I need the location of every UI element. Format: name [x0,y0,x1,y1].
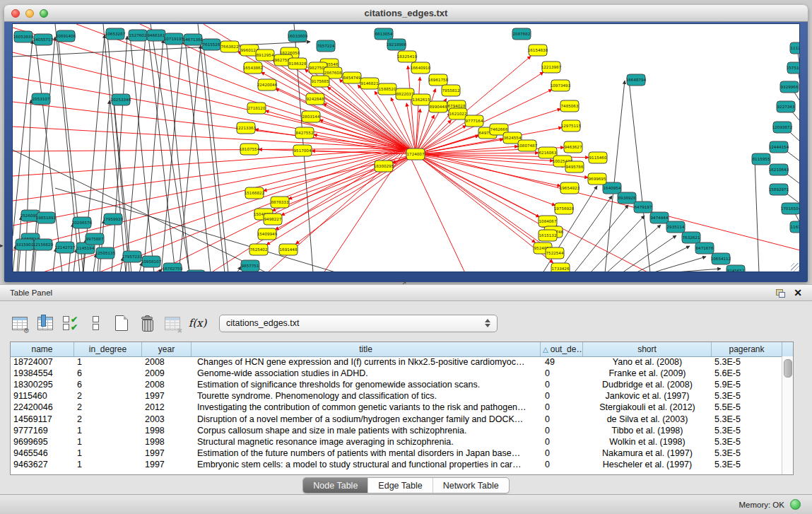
table-cell[interactable]: Yano et al. (2008) [583,357,712,367]
graph-node[interactable]: 17957233 [122,251,143,262]
table-cell[interactable]: 6 [74,368,142,378]
graph-node[interactable]: 12093872 [772,122,792,133]
table-cell[interactable]: 14569117 [11,414,74,424]
table-cell[interactable]: 9699695 [11,437,74,447]
column-header-title[interactable]: title [192,342,541,356]
table-settings-icon[interactable]: ⚙ [10,314,29,333]
graph-node[interactable]: 8822037 [396,88,414,100]
column-header-indegree[interactable]: in_degree [74,342,142,356]
unselect-all-icon[interactable] [86,314,105,333]
graph-node[interactable]: 1724007 [406,148,425,160]
table-cell[interactable]: Jankovic et al. (1997) [583,391,712,401]
graph-node[interactable]: 8990448 [429,101,447,112]
table-row[interactable]: 911546021997Tourette syndrome. Phenomeno… [11,390,782,402]
graph-node[interactable]: 16782759 [163,263,183,272]
graph-node[interactable]: 9146821 [360,78,379,89]
table-cell[interactable]: 1998 [142,426,192,436]
table-row[interactable]: 969969511998Structural magnetic resonanc… [11,436,782,448]
graph-node[interactable]: 16961758 [428,74,449,86]
citation-network-graph[interactable]: 1605383914055717208914061065328715276029… [13,24,800,272]
graph-node[interactable]: 7632621 [682,232,700,243]
graph-node[interactable]: 14055717 [33,34,54,45]
table-cell[interactable]: 5.3E-5 [712,391,782,401]
graph-node[interactable]: 14671388 [183,34,204,45]
graph-node[interactable]: 7615526 [202,39,220,50]
table-cell[interactable]: 1 [74,357,142,367]
table-cell[interactable]: 1 [74,448,142,458]
graph-node[interactable]: 1733426 [551,263,570,272]
graph-node[interactable]: 2803144 [302,111,320,122]
graph-node[interactable]: 16648794 [626,74,647,86]
graph-node[interactable]: 19756928 [554,203,575,214]
graph-node[interactable]: 15892971 [769,184,789,195]
delete-rows-icon[interactable] [137,314,156,333]
graph-node[interactable]: 2053107 [32,93,50,105]
graph-node[interactable]: 9175685 [311,76,329,87]
graph-node[interactable]: 9242848 [306,93,324,105]
graph-node[interactable]: 2718120 [247,103,266,114]
graph-node[interactable]: 9498227 [264,214,282,225]
table-cell[interactable]: 1998 [142,437,192,447]
table-cell[interactable]: Embryonic stem cells: a model to study s… [192,460,541,469]
table-cell[interactable]: Wolkin et al. (1998) [583,437,712,447]
graph-node[interactable]: 15166822 [245,187,264,199]
graph-node[interactable]: 9495786 [565,161,584,173]
zoom-window-icon[interactable] [40,9,48,18]
graph-node[interactable]: 19851891 [36,212,57,223]
table-cell[interactable]: 5.3E-5 [712,357,782,367]
float-window-icon[interactable] [776,289,785,297]
graph-node[interactable]: 7857224 [317,40,335,52]
function-builder-icon[interactable]: f(x) [188,314,207,333]
table-cell[interactable]: 1997 [142,391,192,401]
graph-node[interactable]: 10719195 [164,33,184,45]
table-cell[interactable]: Tourette syndrome. Phenomenology and cla… [192,391,541,401]
table-cell[interactable]: 0 [541,460,583,469]
table-cell[interactable]: 2012 [142,402,192,412]
table-cell[interactable]: 5.5E-5 [712,402,782,412]
graph-node[interactable]: 1527602 [129,30,147,41]
graph-node[interactable]: 10654112 [711,253,731,264]
table-cell[interactable]: 1 [74,426,142,436]
table-cell[interactable]: Franke et al. (2009) [583,368,712,378]
table-cell[interactable]: 1 [74,437,142,447]
table-cell[interactable]: 5.3E-5 [712,437,782,447]
graph-node[interactable]: 18300295 [374,160,394,172]
new-document-icon[interactable] [112,314,131,333]
table-cell[interactable]: Genome-wide association studies in ADHD. [192,368,541,378]
graph-node[interactable]: 20891406 [56,30,76,42]
table-row[interactable]: 1830029562008Estimation of significance … [11,379,782,390]
table-cell[interactable]: Hescheler et al. (1997) [583,460,712,469]
column-header-year[interactable]: year [142,342,192,356]
graph-node[interactable]: 22420046 [257,79,278,90]
table-row[interactable]: 1872400712008Changes of HCN gene express… [11,356,782,368]
tab-network-table[interactable]: Network Table [433,478,509,493]
column-header-name[interactable]: name [11,342,74,356]
table-cell[interactable]: 0 [541,437,583,447]
table-cell[interactable]: 1997 [142,460,192,469]
column-header-pagerank[interactable]: pagerank [712,342,782,356]
table-cell[interactable]: 0 [541,448,583,458]
table-cell[interactable]: 5.6E-5 [712,368,782,378]
graph-node[interactable]: 12156829 [33,239,54,250]
graph-node[interactable]: 12213987 [541,62,562,73]
table-cell[interactable]: Nakamura et al. (1997) [583,448,712,458]
table-cell[interactable]: 2008 [142,357,192,367]
graph-node[interactable]: 6479197 [634,201,652,213]
graph-node[interactable]: 2935114 [666,221,685,233]
table-cell[interactable]: 0 [541,414,583,424]
table-row[interactable]: 2242004622012Investigating the contribut… [11,402,782,413]
graph-node[interactable]: 9975887 [86,233,104,245]
graph-node[interactable]: 15751074 [787,62,800,74]
table-cell[interactable]: 2008 [142,380,192,390]
graph-node[interactable]: 9474444 [650,212,669,223]
table-cell[interactable]: Dudbridge et al. (2008) [583,380,712,390]
graph-node[interactable]: 20206576 [72,217,93,228]
table-cell[interactable]: 9465546 [11,448,74,458]
graph-node[interactable]: 7522544 [546,247,564,259]
graph-node[interactable]: 12975115 [561,120,582,132]
tab-node-table[interactable]: Node Table [303,478,368,493]
table-selector-dropdown[interactable]: citations_edges.txt [219,315,498,332]
graph-node[interactable]: 8427552 [295,127,314,139]
graph-node[interactable]: 1167534 [790,221,800,233]
close-icon[interactable]: ✕ [794,288,802,297]
